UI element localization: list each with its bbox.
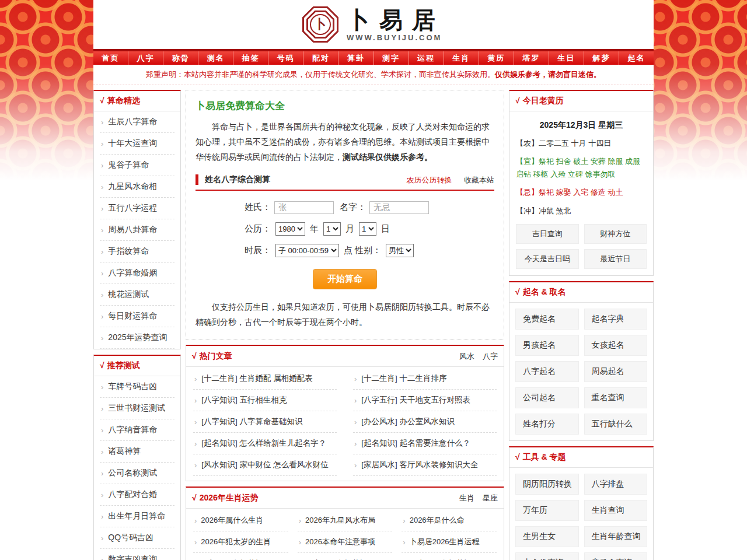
zodiac-link[interactable]: ›卜易居2026生肖运程 xyxy=(402,531,497,553)
nav-item[interactable]: 塔罗 xyxy=(514,51,549,65)
surname-input[interactable] xyxy=(274,201,334,214)
firstname-input[interactable] xyxy=(369,201,429,214)
year-select[interactable]: 1980 xyxy=(275,222,305,236)
naming-button[interactable]: 姓名打分 xyxy=(515,414,579,435)
article-link[interactable]: ›[八字五行] 天干地支五行对照表 xyxy=(353,390,497,411)
sidebar-link[interactable]: ›八字配对合婚 xyxy=(100,484,174,506)
sidebar-link[interactable]: ›生辰八字算命 xyxy=(100,111,174,133)
sidebar-link[interactable]: ›2025年运势查询 xyxy=(100,327,174,349)
article-link[interactable]: ›[十二生肖] 十二生肖排序 xyxy=(353,368,497,390)
zodiac-link[interactable]: ›属虎2026年运势运程 xyxy=(402,553,497,560)
tool-button[interactable]: 童子命查询 xyxy=(584,552,648,560)
tool-button[interactable]: 生男生女 xyxy=(515,526,579,547)
naming-button[interactable]: 女孩起名 xyxy=(584,335,648,356)
tool-button[interactable]: 万年历 xyxy=(515,500,579,521)
sidebar-link[interactable]: ›出生年月日算命 xyxy=(100,506,174,527)
sidebar-link[interactable]: ›QQ号码吉凶 xyxy=(100,527,174,549)
calendar-convert-link[interactable]: 农历公历转换 xyxy=(407,176,452,184)
naming-header: √起名 & 取名 xyxy=(509,282,653,303)
nav-item[interactable]: 抽签 xyxy=(233,51,268,65)
nav-item[interactable]: 测名 xyxy=(198,51,233,65)
nav-item[interactable]: 配对 xyxy=(303,51,338,65)
start-fortune-button[interactable]: 开始算命 xyxy=(313,269,377,289)
almanac-button[interactable]: 吉日查询 xyxy=(516,224,579,244)
naming-button[interactable]: 起名字典 xyxy=(584,309,648,330)
sidebar-link[interactable]: ›八字算命婚姻 xyxy=(100,262,174,284)
zodiac-link[interactable]: ›2026年是什么命 xyxy=(402,510,497,531)
article-link[interactable]: ›[起名知识] 怎么样给新生儿起名字？ xyxy=(193,433,337,454)
zodiac-link[interactable]: ›2026本命年注意事项 xyxy=(298,531,393,553)
nav-item[interactable]: 称骨 xyxy=(163,51,198,65)
naming-button[interactable]: 免费起名 xyxy=(515,309,579,330)
chevron-right-icon: › xyxy=(194,396,197,405)
header-link[interactable]: 八字 xyxy=(483,352,498,360)
sidebar-link[interactable]: ›十年大运查询 xyxy=(100,133,174,155)
tool-button[interactable]: 阴历阳历转换 xyxy=(515,474,579,495)
article-link[interactable]: ›[风水知识] 家中财位 怎么看风水财位 xyxy=(193,454,337,476)
zodiac-link[interactable]: ›属鼠2026年运势运程 xyxy=(193,553,288,560)
naming-button[interactable]: 重名查询 xyxy=(584,387,648,408)
name-row: 姓氏： 名字： xyxy=(245,201,494,214)
zodiac-link[interactable]: ›属牛2026年运势运程 xyxy=(298,553,393,560)
nav-item[interactable]: 生肖 xyxy=(444,51,479,65)
nav-item[interactable]: 测字 xyxy=(374,51,409,65)
almanac-button[interactable]: 今天是吉日吗 xyxy=(516,249,579,269)
naming-button[interactable]: 公司起名 xyxy=(515,387,579,408)
header-link[interactable]: 风水 xyxy=(459,352,474,360)
favorite-site-link[interactable]: 收藏本站 xyxy=(464,176,494,184)
day-select[interactable]: 1 xyxy=(359,222,376,236)
article-link[interactable]: ›[家居风水] 客厅风水装修知识大全 xyxy=(353,454,497,476)
nav-item[interactable]: 算卦 xyxy=(338,51,373,65)
article-link[interactable]: ›[八字知识] 八字算命基础知识 xyxy=(193,411,337,433)
sidebar-link[interactable]: ›周易八卦算命 xyxy=(100,219,174,241)
tool-button[interactable]: 本命佛查询 xyxy=(515,552,579,560)
hour-select[interactable]: 子 00:00-00:59 xyxy=(275,244,339,257)
sidebar-link[interactable]: ›三世书财运测试 xyxy=(100,398,174,419)
sidebar-link-label: 桃花运测试 xyxy=(108,289,149,300)
nav-item[interactable]: 首页 xyxy=(93,51,128,65)
zodiac-link[interactable]: ›2026年九星风水布局 xyxy=(298,510,393,531)
article-link[interactable]: ›[办公风水] 办公室风水知识 xyxy=(353,411,497,433)
gender-select[interactable]: 男性 xyxy=(386,244,414,257)
sidebar-link[interactable]: ›手指纹算命 xyxy=(100,241,174,262)
sidebar-link[interactable]: ›每日财运算命 xyxy=(100,306,174,327)
sidebar-link[interactable]: ›五行八字运程 xyxy=(100,198,174,219)
naming-button[interactable]: 男孩起名 xyxy=(515,335,579,356)
sidebar-link[interactable]: ›诸葛神算 xyxy=(100,441,174,463)
sidebar-link[interactable]: ›桃花运测试 xyxy=(100,284,174,306)
almanac-button[interactable]: 最近节日 xyxy=(584,249,647,269)
header-link[interactable]: 星座 xyxy=(483,494,498,502)
nav-item[interactable]: 八字 xyxy=(128,51,163,65)
sidebar-link[interactable]: ›车牌号码吉凶 xyxy=(100,376,174,398)
article-link[interactable]: ›[八字知识] 五行相生相克 xyxy=(193,390,337,411)
check-icon: √ xyxy=(100,96,104,105)
sidebar-link[interactable]: ›鬼谷子算命 xyxy=(100,155,174,176)
nav-item[interactable]: 起名 xyxy=(619,51,654,65)
tool-button[interactable]: 生肖查询 xyxy=(584,500,648,521)
sidebar-link[interactable]: ›公司名称测试 xyxy=(100,463,174,484)
nav-item[interactable]: 生日 xyxy=(549,51,584,65)
sidebar-link[interactable]: ›八字纳音算命 xyxy=(100,419,174,441)
tool-button[interactable]: 生肖年龄查询 xyxy=(584,526,648,547)
naming-button[interactable]: 八字起名 xyxy=(515,361,579,382)
almanac-button[interactable]: 财神方位 xyxy=(584,224,647,244)
naming-button[interactable]: 周易起名 xyxy=(584,361,648,382)
almanac-line: 【宜】祭祀 扫舍 破土 安葬 除服 成服 启钻 移柩 入殓 立碑 馀事勿取 xyxy=(516,155,647,180)
zodiac-link[interactable]: ›2026年属什么生肖 xyxy=(193,510,288,531)
naming-button[interactable]: 五行缺什么 xyxy=(584,414,648,435)
nav-item[interactable]: 号码 xyxy=(268,51,303,65)
nav-item[interactable]: 运程 xyxy=(409,51,444,65)
article-link[interactable]: ›[十二生肖] 生肖婚配 属相婚配表 xyxy=(193,368,337,390)
month-select[interactable]: 1 xyxy=(323,222,341,236)
naming-section: √起名 & 取名 免费起名起名字典男孩起名女孩起名八字起名周易起名公司起名重名查… xyxy=(509,281,654,441)
sidebar-link[interactable]: ›数字吉凶查询 xyxy=(100,549,174,560)
content-area: √算命精选 ›生辰八字算命›十年大运查询›鬼谷子算命›九星风水命相›五行八字运程… xyxy=(93,85,654,560)
nav-item[interactable]: 黄历 xyxy=(479,51,514,65)
check-icon: √ xyxy=(515,452,520,461)
nav-item[interactable]: 解梦 xyxy=(584,51,619,65)
header-link[interactable]: 生肖 xyxy=(459,494,474,502)
zodiac-link[interactable]: ›2026年犯太岁的生肖 xyxy=(193,531,288,553)
sidebar-link[interactable]: ›九星风水命相 xyxy=(100,176,174,198)
article-link[interactable]: ›[起名知识] 起名需要注意什么？ xyxy=(353,433,497,454)
tool-button[interactable]: 八字排盘 xyxy=(584,474,648,495)
